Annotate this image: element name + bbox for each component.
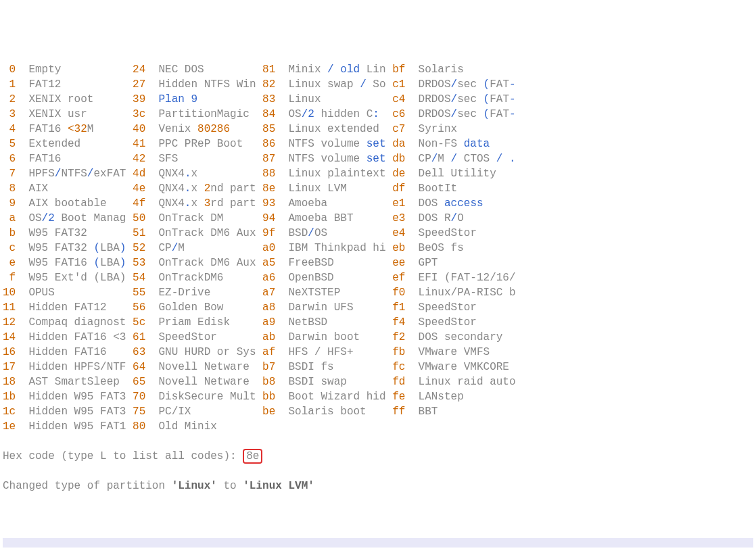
type-name: DOS R/O (419, 212, 536, 224)
type-name: DiskSecure Mult (158, 391, 256, 403)
type-code: f1 (392, 300, 405, 315)
type-name: Old Minix (158, 420, 256, 433)
type-name: SpeedStor (419, 227, 536, 239)
type-name: GNU HURD or Sys (158, 346, 256, 358)
type-name: OnTrack DM (158, 212, 256, 224)
type-name: Extended (28, 138, 126, 150)
type-name: BSDI fs (289, 361, 386, 373)
type-code: bb (262, 389, 275, 404)
type-code: 7 (3, 166, 16, 181)
type-name: OnTrackDM6 (158, 272, 256, 284)
type-name: PartitionMagic (158, 108, 256, 120)
type-name: Linux/PA-RISC b (419, 287, 536, 299)
type-name: Solaris boot (289, 406, 386, 418)
type-code: 14 (3, 330, 16, 345)
type-name: QNX4.x (158, 168, 256, 180)
type-code: e4 (392, 226, 405, 241)
type-name: Hidden FAT16 <3 (28, 331, 126, 343)
type-code: 6 (3, 151, 16, 166)
type-name: Linux (289, 93, 386, 105)
type-name: VMware VMFS (419, 346, 536, 358)
type-code: c4 (392, 92, 405, 107)
type-code: 1e (3, 419, 16, 434)
type-code: 4f (133, 196, 145, 211)
type-name: BeOS fs (419, 242, 536, 254)
table-row: 5 Extended 41 PPC PReP Boot 86 NTFS volu… (3, 137, 753, 151)
table-row: 12 Compaq diagnost 5c Priam Edisk a9 Net… (3, 315, 753, 330)
type-code: fd (392, 374, 405, 389)
type-code: f0 (392, 285, 405, 300)
table-row: 1b Hidden W95 FAT3 70 DiskSecure Mult bb… (3, 389, 753, 404)
type-name: FreeBSD (289, 257, 386, 269)
type-name: Linux plaintext (289, 168, 386, 180)
table-row: 11 Hidden FAT12 56 Golden Bow a8 Darwin … (3, 300, 753, 315)
table-row: 17 Hidden HPFS/NTF 64 Novell Netware b7 … (3, 360, 753, 374)
type-name: BBT (419, 406, 536, 418)
type-code: c (3, 241, 16, 256)
type-name: OnTrack DM6 Aux (158, 227, 256, 239)
type-code: 83 (262, 92, 275, 107)
type-code: 42 (133, 151, 145, 166)
table-row: 7 HPFS/NTFS/exFAT 4d QNX4.x 88 Linux pla… (3, 166, 753, 181)
type-code: 18 (3, 374, 16, 389)
type-code: a6 (262, 270, 275, 285)
type-code: 94 (262, 211, 275, 226)
table-row: 4 FAT16 <32M 40 Venix 80286 85 Linux ext… (3, 122, 753, 137)
type-code: 55 (133, 285, 145, 300)
type-name: PPC PReP Boot (158, 138, 256, 150)
type-name: AIX (28, 183, 126, 195)
type-code: 11 (3, 300, 16, 315)
type-code: a5 (262, 256, 275, 270)
type-name: Non-FS data (419, 138, 536, 150)
type-name: Linux raid auto (419, 376, 536, 388)
type-code: 81 (262, 62, 275, 77)
type-name: Priam Edisk (158, 316, 256, 329)
type-code: ab (262, 330, 275, 345)
type-name: AIX bootable (28, 197, 126, 210)
type-name: Syrinx (419, 123, 536, 135)
type-name: Novell Netware (158, 361, 256, 373)
type-name: Hidden FAT16 (28, 346, 126, 358)
type-code: 27 (133, 77, 145, 92)
type-code: b7 (262, 360, 275, 374)
changed-type-line: Changed type of partition 'Linux' to 'Li… (3, 479, 753, 493)
type-name: OPUS (28, 287, 126, 299)
table-row: 10 OPUS 55 EZ-Drive a7 NeXTSTEP f0 Linux… (3, 285, 753, 300)
type-code: 52 (133, 241, 145, 256)
hex-code-input[interactable]: 8e (243, 449, 262, 464)
type-name: SpeedStor (419, 301, 536, 314)
type-code: 80 (133, 419, 145, 434)
table-row: 1e Hidden W95 FAT1 80 Old Minix (3, 419, 753, 434)
type-name: Amoeba (289, 197, 386, 210)
type-name: GPT (419, 257, 536, 269)
type-code: 1b (3, 389, 16, 404)
blank-line-1 (3, 508, 753, 523)
type-name: SpeedStor (158, 331, 256, 343)
type-code: 54 (133, 270, 145, 285)
type-name: QNX4.x 2nd part (158, 183, 256, 195)
type-name: Linux swap / So (289, 78, 386, 91)
type-name: SFS (158, 153, 256, 165)
type-code: ef (392, 270, 405, 285)
type-name: Compaq diagnost (28, 316, 126, 329)
type-code: 63 (133, 345, 145, 360)
type-code: f2 (392, 330, 405, 345)
table-row: 6 FAT16 42 SFS 87 NTFS volume set db CP/… (3, 151, 753, 166)
type-code: 12 (3, 315, 16, 330)
type-code: fb (392, 345, 405, 360)
type-code: eb (392, 241, 405, 256)
type-code: a7 (262, 285, 275, 300)
type-name: Golden Bow (158, 301, 256, 314)
type-name: VMware VMKCORE (419, 361, 536, 373)
type-code: f (3, 270, 16, 285)
type-name: NetBSD (289, 316, 386, 329)
type-code: 53 (133, 256, 145, 270)
type-code: 75 (133, 404, 145, 419)
type-name: SpeedStor (419, 316, 536, 329)
type-code: b (3, 226, 16, 241)
type-name: Hidden W95 FAT3 (28, 391, 126, 403)
type-code: f4 (392, 315, 405, 330)
type-code: 4d (133, 166, 145, 181)
type-code: fe (392, 389, 405, 404)
type-code: de (392, 166, 405, 181)
